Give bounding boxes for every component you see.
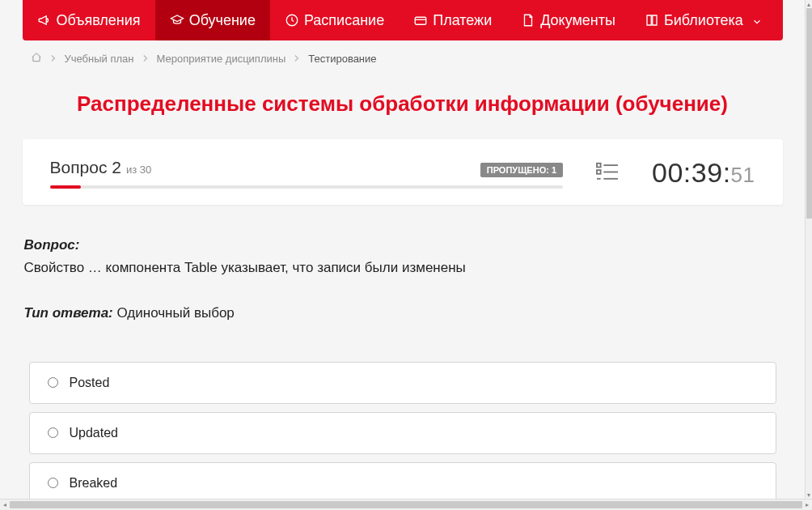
skipped-badge: ПРОПУЩЕНО: 1	[480, 163, 563, 177]
payment-icon	[413, 13, 428, 28]
clock-icon	[285, 13, 299, 28]
breadcrumb: Учебный план Мероприятие дисциплины Тест…	[23, 40, 783, 77]
scroll-down-arrow[interactable]: ▾	[806, 491, 812, 499]
chevron-right-icon	[50, 53, 57, 65]
question-counter: Вопрос 2	[50, 158, 121, 177]
answer-radio[interactable]	[48, 478, 58, 488]
top-nav: Объявления Обучение Расписание	[23, 0, 783, 40]
nav-item-schedule[interactable]: Расписание	[270, 0, 399, 40]
of-word: из	[126, 164, 137, 176]
breadcrumb-item-testing: Тестирование	[308, 53, 376, 65]
nav-item-documents[interactable]: Документы	[506, 0, 630, 40]
status-card: Вопрос 2 из 30 ПРОПУЩЕНО: 1	[23, 139, 783, 205]
scroll-right-arrow[interactable]: ▸	[802, 501, 812, 508]
progress-fill	[50, 185, 81, 189]
question-list-icon[interactable]	[595, 161, 620, 185]
nav-item-education[interactable]: Обучение	[155, 0, 270, 40]
breadcrumb-item-curriculum[interactable]: Учебный план	[65, 53, 134, 65]
answer-type-label: Тип ответа:	[24, 305, 113, 321]
nav-item-library[interactable]: Библиотека	[630, 0, 777, 40]
megaphone-icon	[37, 13, 52, 28]
question-label: Вопрос:	[24, 237, 781, 253]
question-number: 2	[112, 158, 121, 176]
chevron-down-icon	[751, 15, 763, 26]
nav-label: Платежи	[433, 12, 492, 29]
horizontal-scroll-thumb[interactable]	[10, 501, 802, 508]
nav-label: Документы	[540, 12, 615, 29]
book-icon	[645, 13, 659, 28]
document-icon	[521, 13, 535, 28]
question-progress: Вопрос 2 из 30 ПРОПУЩЕНО: 1	[50, 158, 564, 189]
answer-label: Breaked	[70, 476, 118, 491]
svg-rect-4	[597, 170, 601, 174]
timer: 00:39:51	[652, 157, 755, 189]
graduation-cap-icon	[170, 13, 184, 28]
scroll-up-arrow[interactable]: ▴	[806, 0, 812, 8]
answer-label: Posted	[70, 376, 110, 390]
timer-seconds: 51	[731, 163, 755, 188]
nav-label: Расписание	[304, 12, 384, 29]
question-text: Свойство … компонента Table указывает, ч…	[24, 258, 781, 278]
answer-option[interactable]: Updated	[29, 412, 776, 454]
nav-label: Объявления	[57, 12, 141, 29]
nav-label: Обучение	[189, 12, 256, 29]
question-word: Вопрос	[50, 158, 108, 176]
answer-type-value: Одиночный выбор	[117, 305, 235, 321]
question-total: из 30	[126, 164, 151, 176]
breadcrumb-item-event[interactable]: Мероприятие дисциплины	[157, 53, 286, 65]
chevron-right-icon	[142, 53, 149, 65]
horizontal-scrollbar[interactable]: ◂ ▸	[0, 499, 812, 510]
answer-option[interactable]: Breaked	[29, 462, 776, 499]
answer-option[interactable]: Posted	[29, 362, 776, 404]
svg-rect-1	[415, 17, 426, 24]
answer-radio[interactable]	[48, 377, 58, 388]
nav-item-announcements[interactable]: Объявления	[23, 0, 155, 40]
total-number: 30	[140, 164, 151, 176]
answer-radio[interactable]	[48, 427, 58, 438]
answer-type: Тип ответа: Одиночный выбор	[24, 305, 781, 321]
svg-rect-2	[597, 163, 601, 167]
progress-bar	[50, 185, 564, 189]
nav-label: Библиотека	[664, 12, 743, 29]
question-body: Вопрос: Свойство … компонента Table указ…	[23, 205, 783, 499]
vertical-scroll-thumb[interactable]	[806, 8, 812, 219]
chevron-right-icon	[294, 53, 300, 65]
vertical-scrollbar[interactable]: ▴ ▾	[805, 0, 812, 499]
nav-item-payments[interactable]: Платежи	[399, 0, 506, 40]
page-title: Распределенные системы обработки информа…	[23, 91, 783, 117]
scroll-left-arrow[interactable]: ◂	[0, 501, 10, 508]
answer-list: Posted Updated Breaked	[24, 362, 781, 499]
timer-main: 00:39:	[652, 157, 731, 189]
home-icon[interactable]	[31, 52, 42, 66]
answer-label: Updated	[70, 426, 119, 440]
